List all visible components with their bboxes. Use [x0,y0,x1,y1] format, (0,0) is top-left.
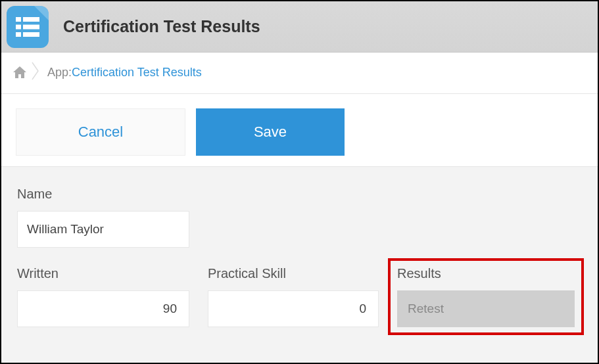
breadcrumb-separator-icon [32,62,41,83]
breadcrumb-app-prefix: App: [47,66,72,80]
practical-input[interactable] [208,290,379,327]
written-input[interactable] [17,290,189,327]
breadcrumb: App: Certification Test Results [1,53,598,94]
page-title: Certification Test Results [63,17,260,36]
app-icon [7,6,49,48]
svg-rect-0 [16,17,21,22]
breadcrumb-app-link[interactable]: Certification Test Results [72,66,202,80]
save-button[interactable]: Save [196,108,345,156]
practical-label: Practical Skill [208,266,379,281]
results-readonly: Retest [397,290,575,327]
home-icon[interactable] [12,65,28,80]
svg-rect-2 [16,24,21,29]
form-area: Name Written Practical Skill Results Ret… [1,167,598,364]
written-label: Written [17,266,189,281]
cancel-button[interactable]: Cancel [16,108,185,156]
svg-rect-5 [23,32,39,37]
name-label: Name [17,187,582,202]
results-label: Results [397,266,575,281]
svg-rect-4 [16,32,21,37]
action-bar: Cancel Save [1,94,598,167]
header-bar: Certification Test Results [1,1,598,53]
svg-rect-3 [23,24,39,29]
name-input[interactable] [17,211,189,248]
